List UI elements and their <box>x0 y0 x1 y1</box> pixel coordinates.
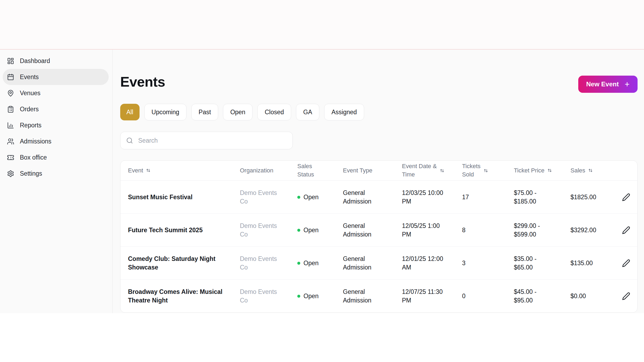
sales-cell: $135.00 <box>570 259 615 267</box>
sales-cell: $3292.00 <box>570 226 615 234</box>
new-event-button[interactable]: New Event + <box>578 76 638 93</box>
events-table: Event Organization Sales Status Event Ty… <box>120 160 638 313</box>
filter-chip-row: All Upcoming Past Open Closed GA Assigne… <box>120 104 364 120</box>
table-row[interactable]: Sunset Music Festival Demo Events Co Ope… <box>120 181 637 214</box>
status-dot <box>297 295 300 298</box>
table-row[interactable]: Broadway Comes Alive: Musical Theatre Ni… <box>120 280 637 312</box>
edit-event-button[interactable] <box>621 225 631 235</box>
sidebar-item-admissions[interactable]: Admissions <box>3 133 109 149</box>
column-header-ticket-price[interactable]: Ticket Price <box>514 167 570 175</box>
column-header-label: Sales <box>570 167 585 175</box>
sidebar-item-label: Admissions <box>20 138 52 145</box>
sales-cell: $1825.00 <box>570 193 615 201</box>
event-name-cell: Sunset Music Festival <box>120 193 240 201</box>
pencil-icon <box>622 193 630 201</box>
column-header-label: Ticket Price <box>514 167 544 175</box>
event-name-cell: Broadway Comes Alive: Musical Theatre Ni… <box>120 287 240 305</box>
ticket-price-cell: $75.00 - $185.00 <box>514 189 570 206</box>
map-pin-icon <box>7 90 14 97</box>
edit-event-button[interactable] <box>621 291 631 301</box>
organization-cell: Demo Events Co <box>240 254 297 272</box>
sidebar-item-box-office[interactable]: Box office <box>3 149 109 165</box>
tickets-sold-cell: 3 <box>462 259 514 267</box>
pencil-icon <box>622 259 630 267</box>
event-type-cell: General Admission <box>343 221 402 239</box>
sidebar: Dashboard Events Venues Orders Reports A… <box>0 50 113 313</box>
filter-chip-ga[interactable]: GA <box>296 104 319 120</box>
column-header-label: Sales Status <box>297 162 314 179</box>
sidebar-item-events[interactable]: Events <box>3 69 109 85</box>
table-row[interactable]: Future Tech Summit 2025 Demo Events Co O… <box>120 214 637 247</box>
filter-chip-label: Closed <box>265 109 284 116</box>
sort-icon[interactable] <box>146 168 151 173</box>
pencil-icon <box>622 292 630 300</box>
sort-icon[interactable] <box>588 168 593 173</box>
filter-chip-open[interactable]: Open <box>223 104 253 120</box>
column-header-tickets-sold[interactable]: Tickets Sold <box>462 162 514 179</box>
table-body: Sunset Music Festival Demo Events Co Ope… <box>120 181 637 312</box>
column-header-organization: Organization <box>240 167 297 175</box>
sidebar-item-label: Dashboard <box>20 57 50 65</box>
sidebar-item-reports[interactable]: Reports <box>3 117 109 133</box>
column-header-label: Event Date & Time <box>402 162 437 179</box>
organization-cell: Demo Events Co <box>240 189 297 206</box>
column-header-sales[interactable]: Sales <box>570 167 615 175</box>
column-header-event-type: Event Type <box>343 167 402 175</box>
organization-cell: Demo Events Co <box>240 287 297 305</box>
sort-icon[interactable] <box>547 168 552 173</box>
sidebar-item-orders[interactable]: Orders <box>3 101 109 117</box>
filter-chip-upcoming[interactable]: Upcoming <box>144 104 187 120</box>
sort-icon[interactable] <box>483 168 488 173</box>
filter-chip-label: Open <box>230 109 245 116</box>
table-header-row: Event Organization Sales Status Event Ty… <box>120 161 637 181</box>
app-screen: Dashboard Events Venues Orders Reports A… <box>0 0 644 362</box>
sort-icon[interactable] <box>440 168 445 173</box>
tickets-sold-cell: 0 <box>462 292 514 300</box>
layout-dashboard-icon <box>7 57 14 65</box>
column-header-event[interactable]: Event <box>120 167 240 175</box>
search-input[interactable] <box>138 137 287 145</box>
event-datetime-cell: 12/01/25 12:00 AM <box>402 254 462 272</box>
filter-chip-label: Assigned <box>331 109 357 116</box>
filter-chip-assigned[interactable]: Assigned <box>324 104 364 120</box>
status-dot <box>297 196 300 199</box>
status-label: Open <box>303 226 319 234</box>
sidebar-item-dashboard[interactable]: Dashboard <box>3 53 109 69</box>
filter-chip-past[interactable]: Past <box>191 104 218 120</box>
sidebar-item-settings[interactable]: Settings <box>3 165 109 182</box>
ticket-price-cell: $35.00 - $65.00 <box>514 254 570 272</box>
status-dot <box>297 262 300 265</box>
column-header-label: Organization <box>240 167 273 175</box>
bar-chart-icon <box>7 122 14 129</box>
event-type-cell: General Admission <box>343 189 402 206</box>
filter-chip-label: GA <box>303 109 312 116</box>
app-frame: Dashboard Events Venues Orders Reports A… <box>0 50 644 313</box>
filter-chip-label: Past <box>199 109 211 116</box>
edit-event-button[interactable] <box>621 258 631 268</box>
search-box[interactable] <box>120 132 293 149</box>
status-label: Open <box>303 259 319 267</box>
clipboard-icon <box>7 106 14 113</box>
sidebar-item-label: Settings <box>20 170 42 177</box>
page-background <box>0 313 644 362</box>
event-datetime-cell: 12/07/25 11:30 PM <box>402 287 462 305</box>
event-datetime-cell: 12/05/25 1:00 PM <box>402 221 462 239</box>
filter-chip-all[interactable]: All <box>120 104 140 120</box>
status-label: Open <box>303 193 319 201</box>
tickets-sold-cell: 17 <box>462 193 514 201</box>
column-header-event-date-time[interactable]: Event Date & Time <box>402 162 462 179</box>
sidebar-item-venues[interactable]: Venues <box>3 85 109 101</box>
sidebar-nav: Dashboard Events Venues Orders Reports A… <box>0 53 112 182</box>
organization-cell: Demo Events Co <box>240 221 297 239</box>
ticket-price-cell: $45.00 - $95.00 <box>514 287 570 305</box>
search-icon <box>126 137 133 144</box>
table-row[interactable]: Comedy Club: Saturday Night Showcase Dem… <box>120 247 637 280</box>
main-content: Events New Event + All Upcoming Past Ope… <box>113 50 644 313</box>
actions-cell <box>615 225 637 235</box>
filter-chip-label: All <box>126 109 133 116</box>
ticket-price-cell: $299.00 - $599.00 <box>514 221 570 239</box>
edit-event-button[interactable] <box>621 192 631 202</box>
actions-cell <box>615 192 637 202</box>
filter-chip-closed[interactable]: Closed <box>257 104 291 120</box>
event-name-cell: Comedy Club: Saturday Night Showcase <box>120 254 240 272</box>
